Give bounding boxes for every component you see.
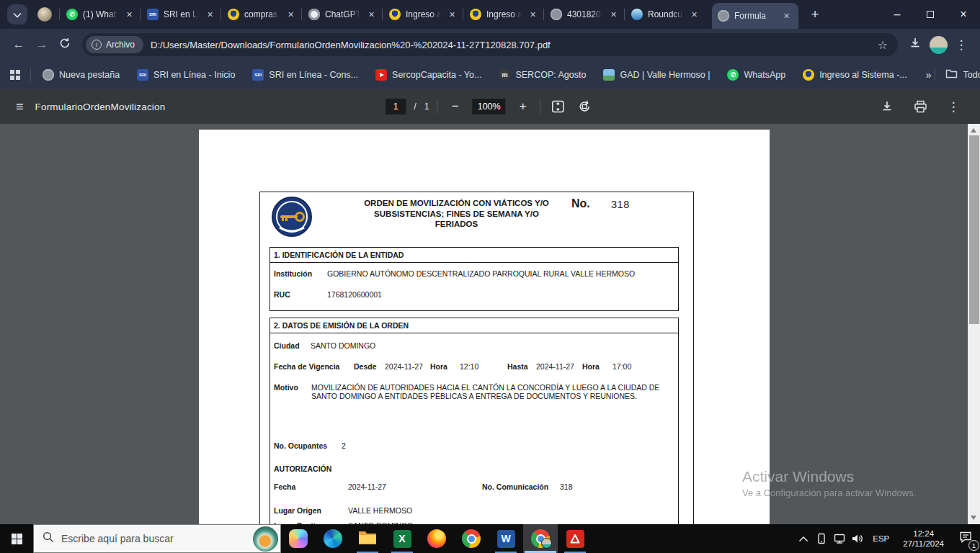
tab-sri-1[interactable]: SRI SRI en Lí ×: [141, 0, 222, 29]
close-icon[interactable]: ×: [285, 9, 297, 21]
pdf-more-options-button[interactable]: ⋮: [944, 97, 963, 116]
taskbar-file-explorer[interactable]: [350, 524, 385, 553]
device-icon[interactable]: [812, 524, 830, 553]
downloads-button[interactable]: [904, 33, 927, 56]
reload-button[interactable]: [53, 33, 76, 56]
search-highlight-icon[interactable]: [253, 526, 278, 552]
tray-expand-button[interactable]: [794, 524, 812, 553]
pdf-menu-icon[interactable]: ≡: [16, 99, 24, 114]
taskbar-excel[interactable]: X: [385, 524, 419, 553]
print-button[interactable]: [911, 97, 930, 116]
tab-roundcube[interactable]: Roundcu ×: [625, 0, 706, 29]
start-button[interactable]: [0, 524, 33, 553]
network-icon[interactable]: [830, 524, 848, 553]
time: 12:24: [903, 529, 944, 539]
scroll-down-arrow[interactable]: [971, 516, 976, 520]
close-icon[interactable]: ×: [607, 9, 620, 21]
reload-icon: [59, 37, 71, 53]
tab-ingreso-1[interactable]: Ingreso a ×: [383, 0, 464, 29]
tab-compras[interactable]: compras ×: [222, 0, 303, 29]
tab-chatgpt[interactable]: ChatGPT ×: [303, 0, 383, 29]
taskbar-acrobat[interactable]: [558, 524, 592, 553]
bookmarks-bar: Nueva pestaña SRI SRI en Línea - Inicio …: [0, 60, 980, 89]
new-tab-button[interactable]: +: [804, 4, 826, 25]
form-outer-box: ORDEN DE MOVILIZACIÓN CON VIÁTICOS Y/O S…: [259, 192, 694, 524]
tab-ingreso-2[interactable]: Ingreso a ×: [464, 0, 545, 29]
taskbar-copilot[interactable]: [281, 524, 316, 553]
taskbar-search-box[interactable]: Escribe aquí para buscar: [33, 524, 281, 553]
bookmark-gad-valle-hermoso[interactable]: GAD | Valle Hermoso |: [603, 69, 710, 81]
apps-grid-icon[interactable]: [10, 70, 20, 80]
page-separator: /: [414, 102, 416, 112]
close-icon: ×: [960, 8, 966, 21]
url-text[interactable]: D:/Users/Master/Downloads/FormularioOrde…: [151, 40, 872, 50]
bookmark-label: Ingreso al Sistema -...: [819, 70, 907, 80]
zoom-level-input[interactable]: 100%: [473, 99, 506, 114]
taskbar-clock[interactable]: 12:24 27/11/2024: [896, 529, 951, 549]
close-icon[interactable]: ×: [527, 9, 539, 21]
ciudad-label: Ciudad: [274, 341, 300, 350]
rotate-button[interactable]: [576, 97, 594, 116]
taskbar-word[interactable]: W: [489, 524, 523, 553]
profile-button[interactable]: [927, 33, 950, 56]
maximize-button[interactable]: [914, 0, 947, 29]
file-scheme-chip[interactable]: i Archivo: [86, 36, 143, 53]
tab-4301820[interactable]: 4301820 ×: [545, 0, 625, 29]
bookmark-sri-consultas[interactable]: SRI SRI en Línea - Cons...: [252, 69, 358, 81]
minimize-button[interactable]: –: [881, 0, 914, 29]
comunicacion-value: 318: [560, 482, 573, 491]
zoom-out-button[interactable]: −: [446, 97, 465, 116]
bookmark-sri-inicio[interactable]: SRI SRI en Línea - Inicio: [137, 69, 235, 81]
bookmark-star-icon[interactable]: ☆: [878, 38, 888, 52]
language-indicator[interactable]: ESP: [866, 534, 896, 543]
vertical-scrollbar[interactable]: [968, 124, 980, 524]
edge-icon: [324, 529, 342, 548]
close-icon[interactable]: ×: [446, 9, 458, 21]
bookmark-sercop-agosto[interactable]: m SERCOP: Agosto: [499, 69, 586, 81]
separator: [437, 99, 438, 114]
pdf-viewer-area[interactable]: ORDEN DE MOVILIZACIÓN CON VIÁTICOS Y/O S…: [0, 124, 980, 524]
form-title-line1: ORDEN DE MOVILIZACIÓN CON VIÁTICOS Y/O: [332, 198, 581, 209]
back-icon: ←: [13, 37, 25, 52]
tab-formulario-active[interactable]: Formula ×: [712, 3, 798, 29]
tab-label: Formula: [734, 11, 775, 21]
address-bar[interactable]: i Archivo D:/Users/Master/Downloads/Form…: [82, 33, 898, 56]
ecuador-icon: [803, 69, 814, 81]
bookmark-sercopcapacita[interactable]: SercopCapacita - Yo...: [375, 69, 481, 81]
browser-menu-button[interactable]: ⋮: [950, 33, 973, 56]
taskbar-chrome[interactable]: [454, 524, 489, 553]
close-window-button[interactable]: ×: [947, 0, 980, 29]
volume-icon[interactable]: [848, 524, 866, 553]
scroll-up-arrow[interactable]: [971, 128, 976, 132]
back-button[interactable]: ←: [7, 33, 30, 56]
notification-center-button[interactable]: 1: [951, 524, 980, 553]
page-number-input[interactable]: 1: [386, 99, 406, 114]
taskbar-chrome-active[interactable]: [523, 524, 558, 553]
bookmark-label: SERCOP: Agosto: [515, 70, 586, 80]
bookmarks-overflow-chevron[interactable]: »: [926, 69, 932, 81]
pdf-download-button[interactable]: [878, 97, 896, 116]
bookmark-nueva-pestana[interactable]: Nueva pestaña: [43, 69, 120, 81]
bookmark-whatsapp[interactable]: ✆ WhatsApp: [727, 69, 785, 81]
sri-icon: SRI: [252, 69, 264, 81]
taskbar-edge[interactable]: [316, 524, 350, 553]
close-icon[interactable]: ×: [204, 9, 216, 21]
taskbar-firefox[interactable]: [419, 524, 454, 553]
close-icon[interactable]: ×: [123, 9, 135, 21]
tab-whatsapp[interactable]: ✆ (1) What ×: [61, 0, 141, 29]
zoom-in-button[interactable]: +: [514, 97, 533, 116]
globe-icon: [718, 10, 729, 22]
institucion-value: GOBIERNO AUTÓNOMO DESCENTRALIZADO PARROQ…: [327, 269, 635, 278]
close-icon[interactable]: ×: [688, 9, 700, 21]
all-bookmarks-button[interactable]: Todos los marcadores: [935, 68, 980, 81]
pinned-tab-favicon[interactable]: [37, 7, 52, 22]
tab-search-button[interactable]: [7, 4, 27, 24]
forward-button[interactable]: →: [30, 33, 53, 56]
close-icon[interactable]: ×: [365, 9, 378, 21]
fit-page-button[interactable]: [549, 97, 568, 116]
minimize-icon: –: [894, 8, 901, 21]
bookmark-ingreso-sistema[interactable]: Ingreso al Sistema -...: [803, 69, 907, 81]
section1-header: 1. IDENTIFICACIÓN DE LA ENTIDAD: [270, 248, 678, 263]
close-icon[interactable]: ×: [780, 10, 793, 22]
scrollbar-thumb[interactable]: [969, 135, 979, 324]
